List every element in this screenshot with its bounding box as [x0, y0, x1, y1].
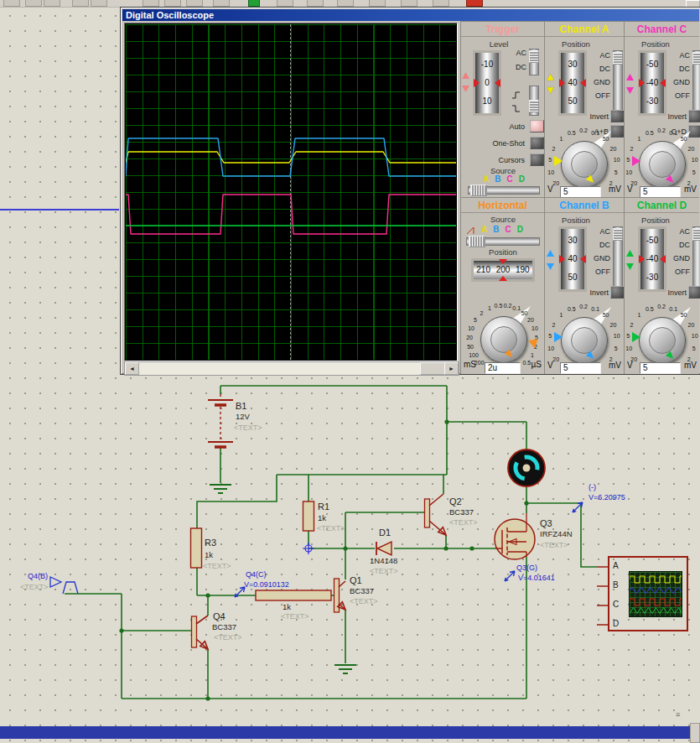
channel-d-panel: Channel D Position -50-40-30 ACDCGNDOFF … [624, 197, 699, 374]
invert-button[interactable] [688, 110, 700, 122]
slider-thumb[interactable] [692, 52, 700, 65]
cursors-button[interactable] [530, 153, 544, 166]
transistor-q2[interactable] [425, 494, 447, 535]
scroll-right-icon[interactable]: ► [444, 362, 459, 375]
knob-scale-label: 20 [466, 335, 473, 340]
position-adjust-arrows[interactable] [547, 74, 554, 97]
probe-arrow-icon[interactable] [505, 571, 515, 581]
coupling-slider[interactable] [692, 226, 700, 287]
unit-millivolts: mV [609, 184, 621, 194]
horizontal-source-slider[interactable] [466, 237, 540, 246]
probe-label: (-) [589, 484, 596, 492]
knob-scale-label: 10 [692, 157, 698, 163]
probe-label: Q4(C) [246, 571, 267, 579]
transistor-q1[interactable] [334, 579, 346, 612]
battery-b1[interactable] [208, 394, 233, 447]
gain-value[interactable]: 5 [640, 362, 681, 374]
transistor-q4[interactable] [192, 616, 209, 649]
trigger-edge-slider[interactable] [529, 86, 539, 116]
proteus-workspace: B1 12V <TEXT> R1 1k <TEXT> R3 1k <TEXT> … [0, 0, 700, 743]
probe-clip-icon[interactable] [50, 577, 61, 587]
window-titlebar[interactable]: Digital Oscilloscope [122, 9, 699, 21]
position-gauge[interactable]: 304050 [558, 50, 587, 116]
position-adjust-arrows[interactable] [626, 250, 634, 273]
gain-value[interactable]: 5 [560, 362, 601, 374]
knob-scale-label: 5 [626, 157, 630, 163]
coupling-labels: ACDCGNDOFF [587, 228, 610, 276]
component-value: 1k [318, 514, 326, 522]
resistor-r2[interactable] [256, 590, 331, 600]
knob-pointer [632, 332, 640, 342]
unit-volts: V [547, 361, 553, 370]
position-adjust-arrows[interactable] [547, 250, 554, 273]
gain-knob[interactable] [639, 317, 686, 364]
trace-B [126, 138, 456, 176]
slider-thumb[interactable] [692, 228, 700, 241]
source-channel-letters: ABCD [481, 225, 523, 234]
sum-button[interactable] [610, 125, 625, 138]
knob-scale-label: 20 [688, 321, 695, 327]
timebase-value[interactable]: 2u [485, 362, 521, 374]
knob-scale-label: 10 [468, 325, 474, 331]
coupling-option: GND [673, 255, 690, 262]
channel-b-panel: Channel B Position 304050 ACDCGNDOFF Inv… [544, 197, 624, 374]
gain-value[interactable]: 5 [640, 186, 681, 198]
resistor-r1[interactable] [303, 501, 314, 531]
coupling-slider[interactable] [613, 50, 623, 111]
position-gauge[interactable]: 304050 [558, 226, 587, 292]
knob-pointer [526, 336, 538, 349]
resistor-r3[interactable] [191, 528, 202, 568]
gain-value[interactable]: 5 [560, 186, 601, 198]
knob-scale-label: 10 [625, 169, 632, 174]
knob-scale-label: 1 [637, 312, 640, 318]
coupling-slider[interactable] [692, 50, 700, 111]
mosfet-q3[interactable] [495, 513, 535, 559]
trigger-source-slider[interactable] [468, 186, 540, 195]
graph-pin-label: B [613, 580, 619, 590]
scrollbar-thumb[interactable] [420, 362, 445, 375]
slider-thumb[interactable] [613, 228, 623, 241]
gauge-tick: 40 [568, 79, 577, 87]
trigger-coupling-slider[interactable] [529, 49, 539, 75]
knob-scale-label: 1 [637, 136, 640, 142]
one-shot-button[interactable] [530, 137, 544, 149]
trigger-level-gauge[interactable]: -10010 [473, 50, 501, 116]
diode-d1[interactable] [376, 542, 391, 555]
source-channel-letter: C [506, 174, 512, 184]
gain-knob[interactable] [561, 317, 608, 364]
slider-thumb[interactable] [613, 52, 623, 65]
invert-button[interactable] [688, 286, 700, 299]
knob-pointer [554, 156, 563, 166]
position-gauge[interactable]: -50-40-30 [638, 226, 666, 292]
level-adjust-arrows[interactable] [462, 72, 469, 96]
component-ref: D1 [379, 527, 391, 538]
gain-knob[interactable] [561, 141, 608, 188]
slider-thumb[interactable] [529, 100, 539, 112]
coupling-option: AC [599, 228, 610, 236]
component-ref: R3 [205, 538, 216, 548]
scroll-left-icon[interactable]: ◄ [125, 362, 139, 375]
component-ref: R1 [318, 501, 329, 512]
timebase-knob[interactable] [480, 316, 527, 363]
motor[interactable] [508, 449, 545, 486]
component-value: BC337 [212, 623, 236, 631]
pulse-source-icon[interactable] [63, 582, 78, 594]
source-channel-letter: D [517, 225, 523, 234]
slider-thumb[interactable] [469, 236, 485, 247]
trigger-panel: Trigger Level -10010 ACDC Auto One-Shot … [460, 21, 544, 197]
knob-scale-label: 5 [614, 345, 618, 351]
component-value: 1k [205, 551, 213, 559]
horizontal-position-gauge[interactable]: 210200190 [471, 258, 535, 282]
invert-button[interactable] [610, 286, 625, 299]
auto-button[interactable] [530, 120, 544, 132]
position-gauge[interactable]: -50-40-30 [638, 50, 666, 116]
position-adjust-arrows[interactable] [626, 74, 634, 97]
slider-thumb[interactable] [470, 184, 487, 196]
knob-scale-label: 20 [527, 317, 534, 323]
graph-trace [630, 599, 682, 605]
invert-button[interactable] [610, 110, 625, 122]
gain-knob[interactable] [639, 141, 686, 188]
scope-scrollbar[interactable]: ◄ ► [124, 361, 459, 376]
slider-thumb[interactable] [529, 50, 539, 63]
coupling-slider[interactable] [613, 226, 623, 287]
